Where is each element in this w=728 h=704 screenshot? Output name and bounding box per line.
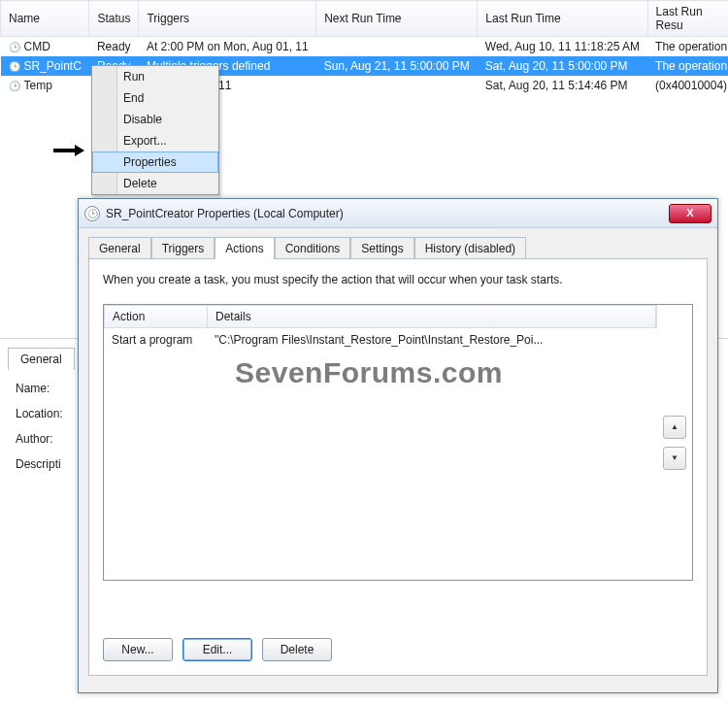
table-header: Name Status Triggers Next Run Time Last …: [1, 1, 729, 37]
new-button[interactable]: New...: [103, 638, 173, 661]
actions-description: When you create a task, you must specify…: [103, 273, 693, 286]
cell-triggers: At 2:00 PM on Mon, Aug 01, 11: [139, 37, 316, 57]
context-menu-item[interactable]: Properties: [92, 151, 218, 173]
annotation-arrow: [53, 145, 84, 156]
watermark: SevenForums.com: [235, 356, 503, 389]
dialog-tabs: GeneralTriggersActionsConditionsSettings…: [79, 228, 717, 258]
col-next[interactable]: Next Run Time: [316, 1, 478, 37]
field-description-label: Descripti: [8, 452, 71, 477]
panel-tab-general[interactable]: General: [8, 348, 75, 370]
cell-next: Sun, Aug 21, 11 5:00:00 PM: [316, 56, 478, 76]
edit-button[interactable]: Edit...: [182, 638, 252, 661]
cell-last: Sat, Aug 20, 11 5:14:46 PM: [478, 76, 647, 95]
dialog-title: SR_PointCreator Properties (Local Comput…: [106, 207, 344, 220]
col-last[interactable]: Last Run Time: [478, 1, 647, 37]
dialog-titlebar[interactable]: 🕒 SR_PointCreator Properties (Local Comp…: [79, 199, 717, 228]
dialog-tab[interactable]: Conditions: [275, 237, 351, 259]
col-triggers[interactable]: Triggers: [139, 1, 316, 37]
field-name-label: Name:: [8, 376, 71, 401]
context-menu-item[interactable]: End: [92, 87, 218, 109]
col-status[interactable]: Status: [89, 1, 139, 37]
cell-next: [316, 37, 478, 57]
dialog-tab[interactable]: Settings: [350, 237, 414, 259]
cell-result: (0x40010004): [647, 76, 728, 95]
cell-name: Temp: [1, 76, 89, 95]
dialog-tab[interactable]: Actions: [215, 237, 274, 259]
cell-status: Ready: [89, 37, 139, 57]
col-name[interactable]: Name: [1, 1, 89, 37]
cell-result: The operation: [647, 37, 728, 57]
context-menu-item[interactable]: Run: [92, 66, 218, 87]
reorder-buttons: ▲ ▼: [657, 305, 692, 580]
field-location-label: Location:: [8, 401, 71, 426]
context-menu-item[interactable]: Export...: [92, 130, 218, 151]
move-up-button[interactable]: ▲: [663, 416, 686, 439]
dialog-tab[interactable]: General: [88, 237, 151, 259]
cell-next: [316, 76, 478, 95]
delete-button[interactable]: Delete: [262, 638, 332, 661]
move-down-button[interactable]: ▼: [663, 447, 686, 470]
col-details[interactable]: Details: [208, 306, 656, 327]
cell-last: Wed, Aug 10, 11 11:18:25 AM: [478, 37, 647, 57]
details-cell: "C:\Program Files\Instant_Restore_Point\…: [207, 328, 657, 352]
cell-result: The operation: [647, 56, 728, 76]
table-row[interactable]: CMDReadyAt 2:00 PM on Mon, Aug 01, 11Wed…: [1, 37, 729, 57]
actions-list[interactable]: Action Details Start a program "C:\Progr…: [103, 304, 693, 581]
cell-last: Sat, Aug 20, 11 5:00:00 PM: [478, 56, 647, 76]
dialog-tab[interactable]: Triggers: [151, 237, 215, 259]
context-menu-item[interactable]: Disable: [92, 109, 218, 130]
actions-list-item[interactable]: Start a program "C:\Program Files\Instan…: [104, 328, 657, 352]
col-action[interactable]: Action: [105, 306, 208, 327]
panel-tabs[interactable]: General: [8, 348, 75, 370]
context-menu-item[interactable]: Delete: [92, 173, 218, 194]
field-author-label: Author:: [8, 426, 71, 452]
panel-fields: Name: Location: Author: Descripti: [8, 376, 71, 477]
context-menu: RunEndDisableExport...PropertiesDelete: [91, 65, 219, 195]
col-result[interactable]: Last Run Resu: [647, 1, 728, 37]
close-button[interactable]: X: [669, 204, 711, 223]
properties-dialog: 🕒 SR_PointCreator Properties (Local Comp…: [78, 198, 718, 693]
action-cell: Start a program: [104, 328, 207, 352]
dialog-body: When you create a task, you must specify…: [88, 258, 708, 676]
clock-icon: 🕒: [84, 206, 100, 221]
dialog-button-row: New... Edit... Delete: [103, 638, 332, 661]
dialog-tab[interactable]: History (disabled): [414, 237, 526, 259]
cell-name: CMD: [1, 37, 89, 57]
cell-name: SR_PointC: [1, 56, 89, 76]
actions-list-header: Action Details: [104, 305, 657, 328]
